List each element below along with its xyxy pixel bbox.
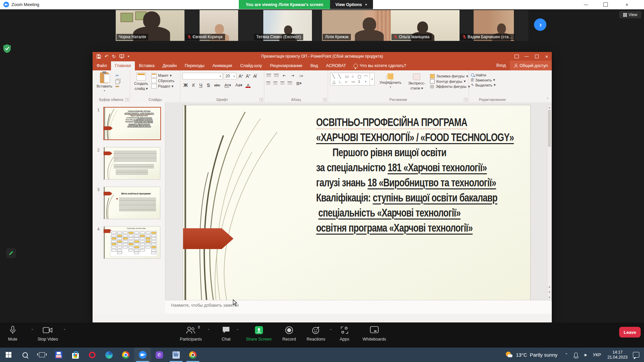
tab-slideshow[interactable]: Слайд-шоу bbox=[236, 61, 266, 70]
redo-icon[interactable]: ↻ bbox=[112, 54, 116, 59]
tab-animations[interactable]: Анимация bbox=[208, 61, 236, 70]
ribbon-display-options-button[interactable] bbox=[512, 52, 522, 61]
taskbar-app-edge[interactable] bbox=[101, 348, 117, 362]
replace-button[interactable]: abac Заменить ▾ bbox=[471, 78, 514, 82]
tray-overflow-chevron[interactable]: ⌃ bbox=[565, 353, 568, 357]
window-minimize-button[interactable]: — bbox=[576, 0, 596, 9]
previous-slide-button[interactable]: ▲ bbox=[547, 285, 551, 288]
grow-font-button[interactable]: A▴ bbox=[237, 73, 244, 79]
mute-button[interactable]: Mute bbox=[8, 326, 17, 342]
tab-file[interactable]: Файл bbox=[93, 61, 111, 70]
tab-review[interactable]: Рецензирование bbox=[266, 61, 307, 70]
slide-scrollbar[interactable]: ▲ ▲ ▼ ▼ bbox=[547, 105, 552, 300]
align-left-button[interactable] bbox=[266, 81, 270, 85]
chat-button[interactable]: Chat bbox=[217, 326, 235, 342]
record-button[interactable]: Record bbox=[279, 326, 299, 342]
leave-button[interactable]: Leave bbox=[619, 327, 641, 338]
ppt-close-button[interactable]: × bbox=[542, 52, 552, 61]
tray-microphone-icon[interactable] bbox=[574, 353, 578, 357]
shapes-gallery[interactable]: ╲╲▭○▢◠ △∟⌐⇨⇩◔ bbox=[330, 73, 370, 85]
slide-thumbnail-2[interactable]: 2 bbox=[97, 147, 160, 180]
tray-language[interactable]: УКР bbox=[593, 352, 601, 357]
underline-button[interactable]: Ч bbox=[198, 82, 203, 88]
bold-button[interactable]: Ж bbox=[182, 82, 189, 88]
tab-transitions[interactable]: Переходы bbox=[181, 61, 209, 70]
chat-options-chevron[interactable]: ⌃ bbox=[236, 328, 239, 332]
format-painter-icon[interactable] bbox=[115, 86, 119, 87]
notes-placeholder[interactable]: Нажмите, чтобы добавить заметки bbox=[171, 303, 238, 308]
shape-effects-button[interactable]: Эффекты фигуры ▾ bbox=[430, 84, 470, 89]
columns-button[interactable]: ▥▾ bbox=[295, 81, 303, 85]
task-view-button[interactable] bbox=[34, 348, 50, 362]
mute-options-chevron[interactable]: ⌃ bbox=[31, 328, 34, 332]
view-options-dropdown[interactable]: View Options ▼ bbox=[330, 0, 373, 9]
next-slide-button[interactable]: ▼ bbox=[547, 291, 551, 294]
shape-outline-button[interactable]: Контур фигуры ▾ bbox=[430, 79, 470, 83]
video-tile[interactable]: Тетяна Семко (Експерт) bbox=[253, 10, 322, 41]
video-tile[interactable]: Ольга Іваніщева bbox=[391, 10, 460, 41]
taskbar-app-store[interactable] bbox=[67, 348, 84, 362]
undo-icon[interactable]: ↶ bbox=[105, 54, 108, 59]
taskbar-app-viber[interactable]: ✆ bbox=[151, 348, 168, 362]
video-options-chevron[interactable]: ⌃ bbox=[63, 328, 66, 332]
whiteboards-button[interactable]: Whiteboards bbox=[358, 326, 391, 342]
italic-button[interactable]: К bbox=[191, 82, 196, 88]
new-slide-button[interactable]: Создать слайд ▾ bbox=[132, 72, 150, 92]
taskbar-app-opera[interactable] bbox=[84, 348, 101, 362]
share-screen-button[interactable]: Share Screen bbox=[243, 326, 275, 342]
participants-options-chevron[interactable]: ⌃ bbox=[207, 328, 210, 332]
tab-insert[interactable]: Вставка bbox=[135, 61, 158, 70]
taskbar-search-button[interactable] bbox=[17, 348, 34, 362]
tray-clock[interactable]: 14:17 21.04.2023 bbox=[607, 350, 628, 360]
numbering-button[interactable] bbox=[274, 74, 279, 77]
paste-button[interactable]: Вставить ▾ bbox=[95, 72, 114, 93]
action-center-icon[interactable] bbox=[633, 352, 639, 358]
taskbar-app-floppy[interactable] bbox=[50, 348, 67, 362]
slide-title-text[interactable]: ОСВІТНЬО-ПРОФЕСІЙНА ПРОГРАМА«ХАРЧОВІ ТЕХ… bbox=[296, 115, 483, 235]
sign-in-button[interactable]: Вход bbox=[492, 61, 510, 70]
video-tile[interactable]: Євгеній Коричук bbox=[184, 10, 253, 41]
slide-arrow-shape[interactable] bbox=[183, 228, 233, 249]
copy-icon[interactable] bbox=[115, 80, 119, 84]
video-tile-active-speaker[interactable]: Лілія Крижак bbox=[322, 10, 391, 41]
change-case-button[interactable]: Aa▾ bbox=[234, 83, 244, 87]
annotation-pencil-button[interactable] bbox=[6, 248, 16, 258]
scroll-down-arrow[interactable]: ▼ bbox=[547, 296, 551, 299]
clipboard-dialog-launcher[interactable]: ↘ bbox=[125, 98, 129, 102]
find-button[interactable]: Найти bbox=[471, 73, 514, 77]
notes-pane[interactable]: Нажмите, чтобы добавить заметки bbox=[165, 300, 552, 314]
quick-styles-button[interactable]: Экспресс- стили ▾ bbox=[406, 73, 427, 91]
section-button[interactable]: Раздел ▾ bbox=[151, 84, 174, 88]
text-shadow-button[interactable]: S bbox=[206, 82, 211, 88]
taskbar-app-zoom[interactable] bbox=[134, 348, 151, 362]
strikethrough-button[interactable]: abc bbox=[213, 83, 221, 87]
tab-acrobat[interactable]: ACROBAT bbox=[322, 61, 350, 70]
justify-button[interactable] bbox=[287, 81, 292, 85]
tell-me-box[interactable]: Что вы хотите сделать? bbox=[350, 61, 410, 70]
stop-video-button[interactable]: Stop Video bbox=[38, 326, 58, 342]
drawing-dialog-launcher[interactable]: ↘ bbox=[464, 98, 468, 102]
slide-thumbnail-4[interactable]: 4 Структурно-логічна схема bbox=[97, 226, 160, 259]
save-icon[interactable] bbox=[97, 54, 101, 59]
increase-indent-button[interactable]: ⇥ bbox=[290, 73, 295, 78]
share-button[interactable]: Общий доступ bbox=[510, 61, 552, 70]
font-name-input[interactable]: ▾ bbox=[182, 73, 223, 79]
font-size-input[interactable]: 20▾ bbox=[224, 73, 236, 79]
ppt-restore-button[interactable] bbox=[532, 52, 542, 61]
tab-view[interactable]: Вид bbox=[306, 61, 322, 70]
next-participants-arrow-button[interactable]: › bbox=[534, 18, 546, 31]
slide-thumbnail-1[interactable]: 1 ОСВІТНЬО-ПРОФЕСІЙНА ПРОГРАМА«ХАРЧОВІ Т… bbox=[97, 107, 161, 140]
taskbar-app-word[interactable]: W bbox=[168, 348, 184, 362]
slide-thumbnail-panel[interactable]: 1 ОСВІТНЬО-ПРОФЕСІЙНА ПРОГРАМА«ХАРЧОВІ Т… bbox=[93, 102, 165, 313]
slide-canvas[interactable]: ОСВІТНЬО-ПРОФЕСІЙНА ПРОГРАМА«ХАРЧОВІ ТЕХ… bbox=[183, 105, 531, 301]
font-color-button[interactable]: A bbox=[246, 83, 251, 88]
layout-button[interactable]: Макет ▾ bbox=[151, 73, 174, 78]
weather-widget[interactable]: 13°C Partly sunny bbox=[505, 351, 557, 359]
clear-formatting-button[interactable]: A̸ bbox=[252, 73, 257, 79]
gallery-view-button[interactable]: View bbox=[619, 11, 641, 18]
shrink-font-button[interactable]: A▾ bbox=[245, 73, 251, 79]
customize-qat-icon[interactable]: ▾ bbox=[128, 55, 129, 58]
select-button[interactable]: ⇖ Выделить ▾ bbox=[471, 83, 514, 87]
taskbar-app-chrome[interactable] bbox=[117, 348, 134, 362]
tab-home[interactable]: Главная bbox=[111, 61, 135, 70]
